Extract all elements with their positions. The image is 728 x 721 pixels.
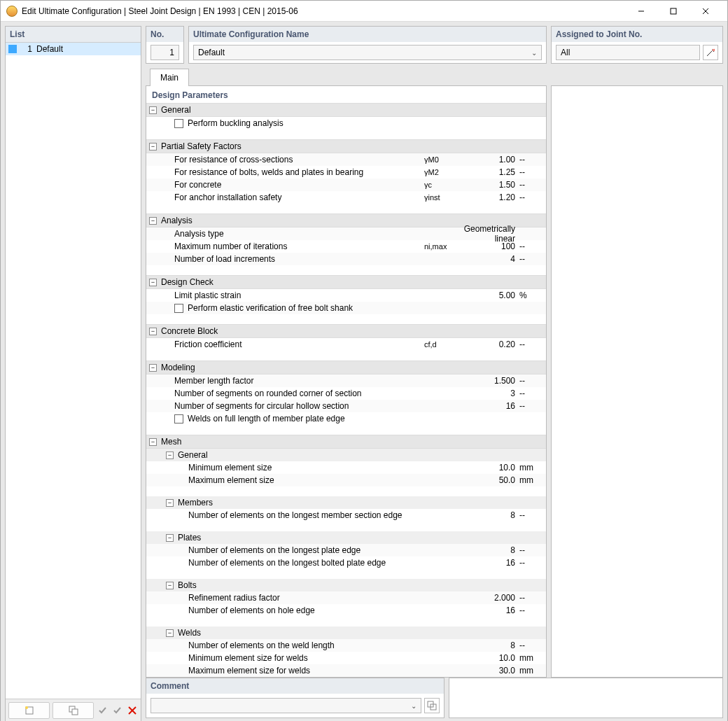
param-row[interactable]: Minimum element size for welds10.0mm (146, 652, 546, 664)
param-row[interactable]: Number of elements on the longest plate … (146, 544, 546, 556)
collapse-icon[interactable]: − (149, 438, 157, 446)
param-unit: % (519, 290, 543, 300)
collapse-icon[interactable]: − (149, 279, 157, 286)
collapse-icon[interactable]: − (149, 364, 157, 372)
param-row[interactable]: Number of elements on the longest bolted… (146, 556, 546, 569)
param-unit: -- (519, 606, 543, 615)
param-label: Maximum element size (188, 475, 424, 485)
close-button[interactable] (690, 1, 722, 22)
param-value[interactable]: 50.0 (459, 475, 519, 485)
param-value[interactable]: 1.50 (459, 180, 519, 190)
param-row[interactable]: Perform buckling analysis (146, 117, 546, 130)
collapse-icon[interactable]: − (166, 534, 174, 542)
param-row[interactable]: Minimum element size10.0mm (146, 461, 546, 474)
param-value[interactable]: 8 (459, 510, 519, 520)
param-value[interactable]: 100 (459, 241, 519, 251)
new-button[interactable] (8, 702, 50, 719)
collapse-icon[interactable]: − (149, 106, 157, 114)
param-row[interactable]: Number of elements on the longest member… (146, 509, 546, 522)
group-header[interactable]: −General (146, 449, 546, 461)
comment-library-button[interactable] (424, 698, 440, 713)
group-header[interactable]: −Modeling (146, 360, 546, 374)
check-apply-icon[interactable] (97, 702, 108, 719)
param-value[interactable]: 3 (459, 388, 519, 398)
collapse-icon[interactable]: − (166, 582, 174, 589)
group-header[interactable]: −Design Check (146, 275, 546, 289)
param-symbol: ni,max (424, 242, 459, 251)
param-row[interactable]: Maximum element size for welds30.0mm (146, 664, 546, 677)
param-value[interactable]: 16 (459, 606, 519, 615)
group-header[interactable]: −General (146, 103, 546, 117)
param-row[interactable]: For resistance of cross-sectionsγM01.00-… (146, 153, 546, 166)
collapse-icon[interactable]: − (149, 143, 157, 150)
param-label: Welds on full length of member plate edg… (174, 414, 424, 424)
comment-field[interactable]: ⌄ (150, 698, 421, 713)
param-value[interactable]: 2.000 (459, 593, 519, 603)
param-row[interactable]: Number of elements on the weld length8-- (146, 639, 546, 652)
param-value[interactable]: 30.0 (459, 666, 519, 676)
group-header[interactable]: −Bolts (146, 579, 546, 592)
param-value[interactable]: 8 (459, 545, 519, 555)
param-symbol: γM0 (424, 155, 459, 164)
collapse-icon[interactable]: − (166, 629, 174, 637)
param-row[interactable]: For resistance of bolts, welds and plate… (146, 166, 546, 178)
name-select[interactable]: Default ⌄ (193, 45, 542, 60)
param-row[interactable]: Number of load increments4-- (146, 253, 546, 265)
param-row[interactable]: Number of segments on rounded corner of … (146, 387, 546, 400)
param-row[interactable]: Friction coefficientcf,d0.20-- (146, 338, 546, 351)
param-value[interactable]: 1.25 (459, 167, 519, 177)
param-value[interactable]: 10.0 (459, 463, 519, 472)
param-row[interactable]: Maximum element size50.0mm (146, 474, 546, 486)
group-header[interactable]: −Plates (146, 531, 546, 544)
param-row[interactable]: Maximum number of iterationsni,max100-- (146, 240, 546, 253)
tab-main[interactable]: Main (150, 69, 189, 86)
param-row[interactable]: Number of segments for circular hollow s… (146, 400, 546, 412)
maximize-button[interactable] (657, 1, 690, 22)
list-item[interactable]: 1 Default (6, 43, 141, 55)
pick-joint-button[interactable] (703, 45, 718, 60)
svg-rect-1 (671, 8, 676, 14)
param-value[interactable]: 8 (459, 640, 519, 650)
selection-marker (8, 45, 17, 53)
check-undo-icon[interactable] (111, 702, 123, 719)
group-header[interactable]: −Mesh (146, 435, 546, 449)
assigned-field[interactable]: All (556, 45, 700, 60)
param-row[interactable]: Number of elements on hole edge16-- (146, 604, 546, 617)
group-header[interactable]: −Welds (146, 626, 546, 639)
group-header[interactable]: −Concrete Block (146, 324, 546, 338)
collapse-icon[interactable]: − (166, 499, 174, 507)
param-value[interactable]: 1.00 (459, 155, 519, 164)
param-value[interactable]: 1.500 (459, 376, 519, 386)
minimize-button[interactable] (625, 1, 657, 22)
param-value[interactable]: 1.20 (459, 192, 519, 202)
param-row[interactable]: Perform elastic verification of free bol… (146, 302, 546, 314)
param-value[interactable]: 10.0 (459, 653, 519, 663)
collapse-icon[interactable]: − (166, 451, 174, 459)
delete-button[interactable] (126, 702, 138, 719)
param-unit: mm (519, 666, 543, 676)
param-row[interactable]: Refinement radius factor2.000-- (146, 592, 546, 604)
group-header[interactable]: −Members (146, 496, 546, 509)
param-value[interactable]: 4 (459, 254, 519, 264)
param-row[interactable]: Welds on full length of member plate edg… (146, 412, 546, 425)
param-row[interactable]: Member length factor1.500-- (146, 374, 546, 387)
group-header[interactable]: −Partial Safety Factors (146, 139, 546, 153)
param-value[interactable]: 0.20 (459, 340, 519, 349)
no-field[interactable] (150, 45, 179, 60)
collapse-icon[interactable]: − (149, 328, 157, 335)
param-value[interactable]: 16 (459, 558, 519, 568)
param-value[interactable]: 5.00 (459, 290, 519, 300)
checkbox[interactable] (174, 414, 183, 424)
param-value[interactable]: Geometrically linear (459, 224, 519, 244)
duplicate-button[interactable] (52, 702, 94, 719)
checkbox[interactable] (174, 119, 183, 128)
param-row[interactable]: For concreteγc1.50-- (146, 178, 546, 191)
param-row[interactable]: For anchor installation safetyγinst1.20-… (146, 191, 546, 204)
param-row[interactable]: Analysis typeGeometrically linear (146, 227, 546, 240)
collapse-icon[interactable]: − (149, 217, 157, 225)
param-unit: mm (519, 463, 543, 472)
param-label: Perform buckling analysis (174, 118, 424, 128)
param-value[interactable]: 16 (459, 401, 519, 411)
checkbox[interactable] (174, 304, 183, 313)
param-row[interactable]: Limit plastic strain5.00% (146, 289, 546, 302)
